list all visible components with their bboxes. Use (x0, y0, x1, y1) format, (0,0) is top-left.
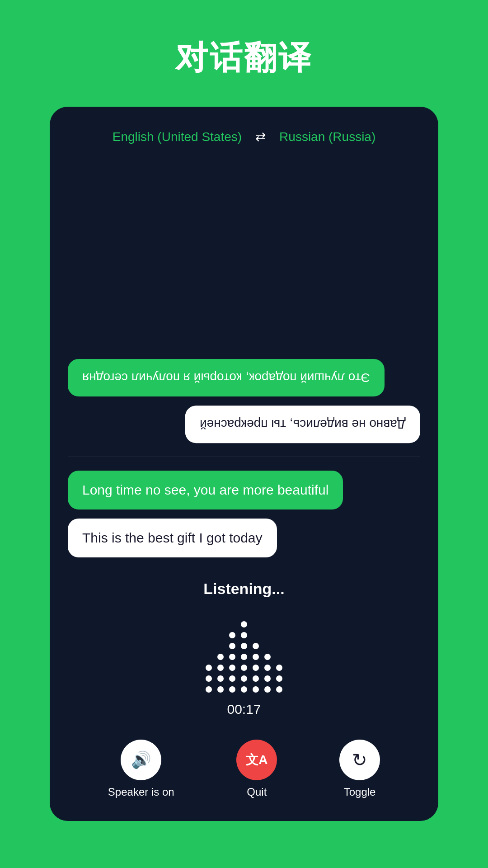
wave-dot (264, 686, 271, 693)
toggle-button[interactable]: ↻ (339, 740, 380, 780)
page-title: 对话翻译 (175, 36, 313, 80)
wave-dot (229, 654, 235, 660)
wave-dot (229, 675, 235, 682)
wave-dot (241, 675, 247, 682)
message-bubble-4: This is the best gift I got today (68, 519, 277, 557)
message-bubble-3: Long time no see, you are more beautiful (68, 471, 343, 509)
message-bubble-1: Это лучший подарок, который я получил се… (68, 359, 385, 396)
wave-dot (217, 665, 224, 671)
wave-col-5 (253, 643, 259, 693)
upper-chat: Это лучший подарок, который я получил се… (68, 158, 420, 457)
wave-dot (206, 686, 212, 693)
wave-dot (206, 665, 212, 671)
wave-dot (276, 686, 282, 693)
wave-dot (206, 675, 212, 682)
waveform (206, 611, 282, 693)
speaker-icon: 🔊 (131, 750, 151, 769)
chat-area: Это лучший подарок, который я получил се… (50, 158, 438, 571)
speaker-control[interactable]: 🔊 Speaker is on (108, 740, 174, 798)
message-text-4: This is the best gift I got today (82, 530, 263, 545)
language-header: English (United States) ⇄ Russian (Russi… (50, 125, 438, 158)
wave-col-6 (264, 654, 271, 693)
wave-dot (241, 643, 247, 649)
wave-col-1 (206, 665, 212, 693)
wave-dot (276, 675, 282, 682)
wave-dot (264, 665, 271, 671)
quit-icon: 文A (246, 751, 267, 769)
wave-dot (229, 643, 235, 649)
wave-dot (217, 654, 224, 660)
speaker-label: Speaker is on (108, 786, 174, 798)
wave-dot (229, 665, 235, 671)
message-text-2: Давно не виделись, ты прекрасней (200, 417, 406, 431)
wave-dot (241, 654, 247, 660)
wave-dot (253, 675, 259, 682)
wave-dot (229, 686, 235, 693)
wave-dot (241, 665, 247, 671)
wave-dot (253, 654, 259, 660)
wave-dot (276, 665, 282, 671)
wave-dot (253, 665, 259, 671)
lower-chat: Long time no see, you are more beautiful… (68, 457, 420, 571)
wave-dot (253, 686, 259, 693)
language-right[interactable]: Russian (Russia) (279, 130, 375, 144)
quit-control[interactable]: 文A Quit (236, 740, 277, 798)
wave-dot (253, 643, 259, 649)
wave-col-3 (229, 632, 235, 693)
main-card: English (United States) ⇄ Russian (Russi… (50, 107, 438, 821)
toggle-icon: ↻ (352, 750, 367, 770)
quit-label: Quit (247, 786, 267, 798)
wave-dot (217, 675, 224, 682)
bottom-controls: 🔊 Speaker is on 文A Quit ↻ Toggle (50, 735, 438, 798)
language-left[interactable]: English (United States) (113, 130, 242, 144)
listening-section: Listening... (50, 571, 438, 735)
wave-dot (264, 675, 271, 682)
wave-col-2 (217, 654, 224, 693)
listening-label: Listening... (203, 580, 284, 598)
wave-dot (241, 632, 247, 638)
wave-dot (229, 632, 235, 638)
quit-button[interactable]: 文A (236, 740, 277, 780)
wave-dot (241, 686, 247, 693)
wave-dot (264, 654, 271, 660)
wave-dot (241, 621, 247, 627)
timer-display: 00:17 (227, 702, 261, 717)
toggle-label: Toggle (344, 786, 376, 798)
message-text-3: Long time no see, you are more beautiful (82, 482, 328, 497)
wave-dot (217, 686, 224, 693)
wave-col-7 (276, 665, 282, 693)
message-bubble-2: Давно не виделись, ты прекрасней (185, 406, 420, 443)
message-text-1: Это лучший подарок, который я получил се… (82, 369, 370, 387)
speaker-button[interactable]: 🔊 (121, 740, 161, 780)
toggle-control[interactable]: ↻ Toggle (339, 740, 380, 798)
swap-icon[interactable]: ⇄ (255, 129, 266, 144)
wave-col-4 (241, 621, 247, 693)
